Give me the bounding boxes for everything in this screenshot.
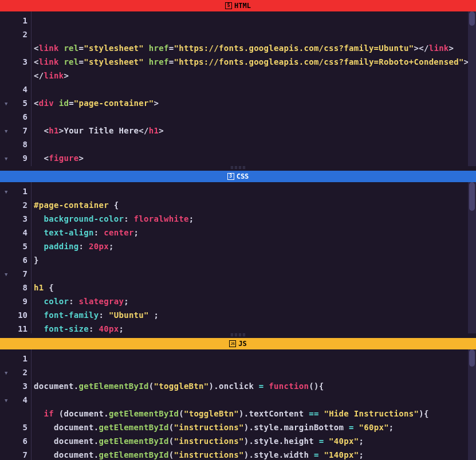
gutter-line: 9: [0, 294, 27, 308]
editor-html[interactable]: 12345▼67▼89▼ <link rel="stylesheet" href…: [0, 11, 476, 166]
gutter-line: 4▼: [0, 393, 27, 407]
gutter-line: 1: [0, 14, 27, 27]
gutter-line: 2: [0, 27, 27, 41]
gutter-line: 9▼: [0, 151, 27, 165]
gutter-line: 7▼: [0, 124, 27, 137]
scrollbar-css[interactable]: [468, 182, 476, 333]
editor-css[interactable]: 1▼234567▼891011 #page-container { backgr…: [0, 182, 476, 333]
panel-css: 3 CSS 1▼234567▼891011 #page-container { …: [0, 171, 476, 333]
gutter-css: 1▼234567▼891011: [0, 182, 32, 333]
editor-js[interactable]: 12▼34▼567 document.getElementById("toggl…: [0, 349, 476, 460]
panel-header-js[interactable]: JS JS: [0, 338, 476, 349]
panel-html: 5 HTML 12345▼67▼89▼ <link rel="styleshee…: [0, 0, 476, 166]
gutter-line: 6: [0, 253, 27, 267]
fold-marker-icon[interactable]: ▼: [5, 152, 7, 166]
fold-marker-icon[interactable]: ▼: [5, 394, 7, 407]
resize-handle-css-js[interactable]: ⠿⠿⠿⠿: [0, 333, 476, 338]
gutter-line: [0, 407, 27, 420]
gutter-line: 5▼: [0, 96, 27, 110]
gutter-line: 2▼: [0, 365, 27, 379]
js-icon: JS: [229, 340, 236, 347]
resize-handle-html-css[interactable]: ⠿⠿⠿⠿: [0, 166, 476, 171]
panel-title-css: CSS: [237, 172, 249, 180]
gutter-html: 12345▼67▼89▼: [0, 11, 32, 166]
scrollbar-js[interactable]: [468, 349, 476, 460]
gutter-line: 5: [0, 239, 27, 253]
gutter-line: 4: [0, 82, 27, 96]
panel-title-html: HTML: [234, 2, 251, 10]
code-html[interactable]: <link rel="stylesheet" href="https://fon…: [32, 11, 476, 166]
panel-js: JS JS 12▼34▼567 document.getElementById(…: [0, 338, 476, 460]
css3-icon: 3: [227, 173, 234, 180]
gutter-line: 2: [0, 198, 27, 212]
gutter-line: 1▼: [0, 184, 27, 198]
fold-marker-icon[interactable]: ▼: [5, 268, 7, 281]
gutter-line: 8: [0, 281, 27, 294]
gutter-line: 4: [0, 226, 27, 239]
gutter-line: 8: [0, 137, 27, 151]
fold-marker-icon[interactable]: ▼: [5, 185, 7, 199]
html5-icon: 5: [225, 2, 232, 9]
gutter-line: 3: [0, 55, 27, 69]
gutter-line: 11: [0, 322, 27, 333]
gutter-line: 3: [0, 379, 27, 393]
gutter-line: 7▼: [0, 267, 27, 281]
panel-header-css[interactable]: 3 CSS: [0, 171, 476, 182]
gutter-line: 3: [0, 212, 27, 226]
gutter-line: 6: [0, 110, 27, 124]
fold-marker-icon[interactable]: ▼: [5, 366, 7, 380]
gutter-line: 10: [0, 308, 27, 322]
fold-marker-icon[interactable]: ▼: [5, 97, 7, 111]
gutter-line: [0, 41, 27, 55]
code-css[interactable]: #page-container { background-color: flor…: [32, 182, 476, 333]
gutter-line: [0, 69, 27, 82]
gutter-line: 5: [0, 420, 27, 434]
scrollbar-html[interactable]: [468, 11, 476, 166]
fold-marker-icon[interactable]: ▼: [5, 124, 7, 138]
gutter-line: 7: [0, 448, 27, 460]
panel-title-js: JS: [238, 340, 246, 348]
gutter-js: 12▼34▼567: [0, 349, 32, 460]
code-js[interactable]: document.getElementById("toggleBtn").onc…: [32, 349, 476, 460]
gutter-line: 6: [0, 434, 27, 448]
gutter-line: 1: [0, 352, 27, 365]
panel-header-html[interactable]: 5 HTML: [0, 0, 476, 11]
